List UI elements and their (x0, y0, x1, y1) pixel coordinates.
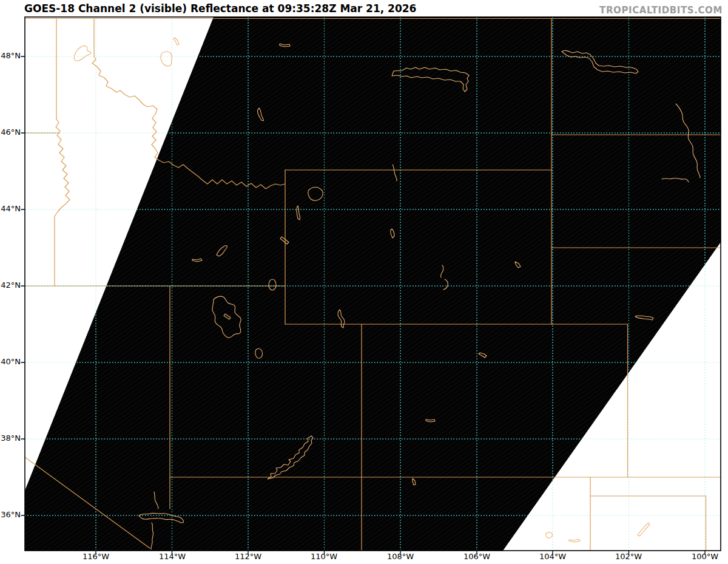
satellite-map (0, 0, 728, 564)
lake-meredith (638, 523, 650, 536)
lon-tick-112w: 112°W (230, 552, 266, 561)
lon-tick-102w: 102°W (610, 552, 647, 561)
lon-tick-100w: 100°W (687, 552, 723, 561)
lon-tick-116w: 116°W (78, 552, 114, 561)
lat-tick-44n: 44°N (0, 204, 21, 213)
lake-hungry-horse (174, 38, 179, 45)
lat-tick-46n: 46°N (0, 127, 21, 137)
lat-tick-48n: 48°N (0, 51, 21, 60)
lat-tick-38n: 38°N (0, 433, 21, 443)
lake-texas-panhandle (546, 532, 553, 539)
lat-tick-36n: 36°N (0, 510, 21, 519)
lon-tick-110w: 110°W (306, 552, 342, 561)
lat-tick-42n: 42°N (0, 280, 21, 290)
lon-tick-114w: 114°W (154, 552, 190, 561)
border-wa-id-snake-river (55, 19, 70, 287)
satellite-image-page: GOES-18 Channel 2 (visible) Reflectance … (0, 0, 728, 564)
lon-tick-104w: 104°W (534, 552, 571, 561)
lon-tick-108w: 108°W (382, 552, 419, 561)
lat-tick-marks (21, 56, 25, 515)
lake-oklahoma-panhandle (569, 539, 580, 542)
lake-pend-oreille (74, 46, 91, 61)
lat-tick-40n: 40°N (0, 357, 21, 366)
lake-flathead (161, 52, 172, 66)
lon-tick-106w: 106°W (459, 552, 495, 561)
